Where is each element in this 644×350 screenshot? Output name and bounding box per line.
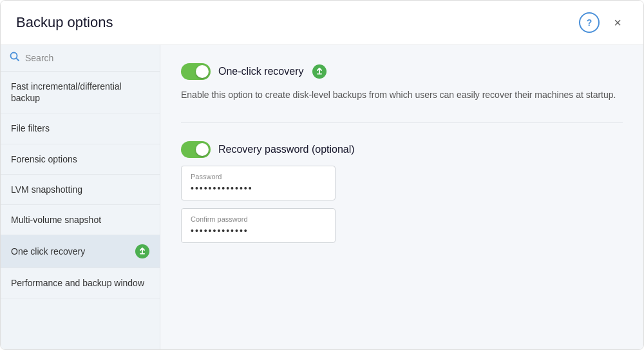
dialog-body: Fast incremental/differential backup Fil… (1, 45, 643, 349)
confirm-password-dots[interactable]: ••••••••••••• (191, 226, 326, 236)
dialog-header: Backup options ? × (1, 1, 643, 45)
sidebar-item-multi-volume-snapshot[interactable]: Multi-volume snapshot (1, 205, 160, 235)
toggle-slider-password (181, 141, 211, 158)
svg-rect-3 (317, 73, 322, 75)
confirm-password-field-label: Confirm password (191, 215, 326, 223)
dialog-title: Backup options (16, 14, 113, 31)
one-click-recovery-header-badge (312, 64, 327, 79)
section-divider (181, 122, 623, 123)
sidebar-item-one-click-recovery[interactable]: One click recovery (1, 235, 160, 268)
password-fields: Password •••••••••••••• Confirm password… (181, 166, 623, 243)
password-field-box: Password •••••••••••••• (181, 166, 336, 200)
one-click-recovery-section: One-click recovery Enable this option to… (181, 63, 623, 102)
sidebar-item-fast-incremental[interactable]: Fast incremental/differential backup (1, 72, 160, 113)
sidebar-item-lvm-snapshotting[interactable]: LVM snapshotting (1, 175, 160, 205)
help-icon: ? (587, 17, 592, 28)
confirm-password-field-box: Confirm password ••••••••••••• (181, 208, 336, 243)
svg-rect-2 (140, 253, 145, 255)
close-button[interactable]: × (607, 12, 628, 33)
main-content: One-click recovery Enable this option to… (160, 45, 643, 349)
sidebar-item-label: Multi-volume snapshot (11, 214, 101, 226)
help-button[interactable]: ? (579, 12, 600, 33)
sidebar-item-label: Fast incremental/differential backup (11, 81, 149, 104)
sidebar-item-performance-backup-window[interactable]: Performance and backup window (1, 268, 160, 298)
sidebar-item-file-filters[interactable]: File filters (1, 113, 160, 144)
sidebar-item-label: One click recovery (11, 246, 85, 257)
recovery-password-label: Recovery password (optional) (218, 144, 355, 155)
sidebar-item-label: LVM snapshotting (11, 184, 82, 195)
search-input[interactable] (25, 53, 151, 63)
header-actions: ? × (579, 12, 628, 33)
recovery-password-toggle[interactable] (181, 141, 211, 158)
sidebar-item-forensic-options[interactable]: Forensic options (1, 144, 160, 175)
toggle-slider (181, 63, 211, 80)
sidebar-item-label: Forensic options (11, 153, 77, 165)
search-icon (10, 52, 20, 64)
password-field-label: Password (191, 173, 326, 180)
one-click-recovery-description: Enable this option to create disk-level … (181, 88, 619, 102)
recovery-password-section: Recovery password (optional) Password ••… (181, 141, 623, 243)
one-click-recovery-label: One-click recovery (218, 66, 303, 77)
sidebar: Fast incremental/differential backup Fil… (1, 45, 160, 349)
one-click-recovery-badge (135, 244, 149, 258)
password-dots[interactable]: •••••••••••••• (191, 183, 326, 193)
search-row (1, 45, 160, 72)
one-click-recovery-header: One-click recovery (181, 63, 623, 80)
close-icon: × (614, 15, 621, 30)
sidebar-item-label: File filters (11, 122, 50, 134)
recovery-password-header: Recovery password (optional) (181, 141, 623, 158)
svg-line-1 (17, 59, 19, 61)
one-click-recovery-toggle[interactable] (181, 63, 211, 80)
backup-options-dialog: Backup options ? × (0, 0, 644, 350)
sidebar-item-label: Performance and backup window (11, 277, 144, 289)
sidebar-nav: Fast incremental/differential backup Fil… (1, 72, 160, 349)
